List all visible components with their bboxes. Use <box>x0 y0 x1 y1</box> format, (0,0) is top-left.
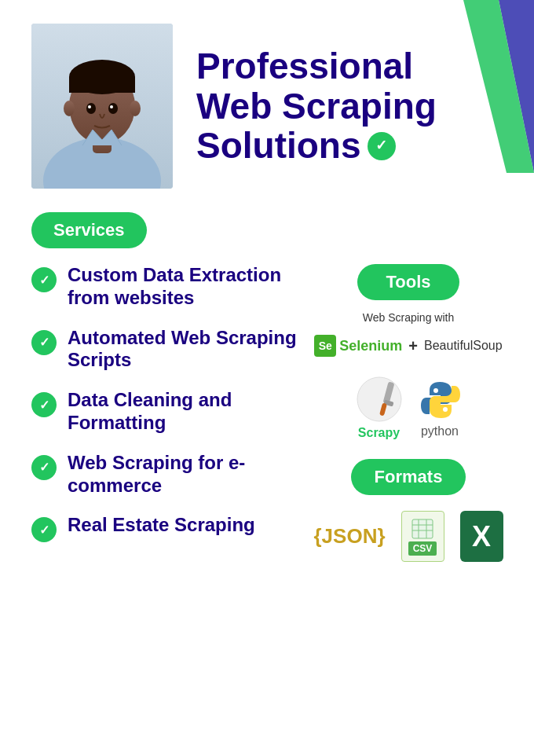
corner-decoration <box>463 0 534 173</box>
header-section: Professional Web Scraping Solutions ✓ <box>0 0 534 204</box>
svg-point-19 <box>443 407 448 412</box>
tools-logos-row: Scrapy python <box>356 376 462 440</box>
service-item-4: ✓ Web Scraping for e-commerce <box>31 452 298 497</box>
python-icon-svg <box>419 378 462 421</box>
python-label: python <box>421 424 459 439</box>
selenium-row: Se Selenium + BeautifulSoup <box>314 335 502 357</box>
tools-badge: Tools <box>357 264 459 300</box>
service-check-1: ✓ <box>31 267 57 292</box>
svg-point-9 <box>108 103 118 114</box>
svg-point-10 <box>88 105 91 108</box>
scrapy-icon-svg <box>356 376 403 423</box>
service-check-2: ✓ <box>31 330 57 355</box>
service-text-4: Web Scraping for e-commerce <box>68 452 298 497</box>
svg-rect-7 <box>69 77 135 93</box>
title-checkmark: ✓ <box>368 132 396 160</box>
scrapy-logo: Scrapy <box>356 376 403 440</box>
main-content: ✓ Custom Data Extraction from websites ✓… <box>0 264 534 562</box>
svg-point-11 <box>110 105 113 108</box>
svg-point-12 <box>64 101 75 116</box>
json-format: {JSON} <box>313 524 385 549</box>
svg-point-13 <box>130 101 141 116</box>
profile-photo <box>31 24 173 189</box>
service-text-5: Real Estate Scraping <box>68 514 255 537</box>
csv-file-icon <box>411 518 434 540</box>
svg-point-8 <box>86 103 96 114</box>
service-text-1: Custom Data Extraction from websites <box>68 264 298 310</box>
svg-point-18 <box>433 388 438 393</box>
plus-icon: + <box>408 337 418 355</box>
service-item-2: ✓ Automated Web Scraping Scripts <box>31 327 298 372</box>
selenium-logo: Se Selenium <box>314 335 402 357</box>
service-text-2: Automated Web Scraping Scripts <box>68 327 298 372</box>
svg-rect-20 <box>412 519 433 538</box>
title-block: Professional Web Scraping Solutions ✓ <box>196 46 503 166</box>
title-line1: Professional <box>196 46 503 86</box>
svg-point-14 <box>357 377 401 421</box>
title-line3: Solutions <box>196 126 361 166</box>
service-check-5: ✓ <box>31 517 57 542</box>
selenium-icon: Se <box>314 335 336 357</box>
service-text-3: Data Cleaning and Formatting <box>68 389 298 435</box>
services-list: ✓ Custom Data Extraction from websites ✓… <box>31 264 298 562</box>
json-label: {JSON} <box>313 524 385 548</box>
service-item-1: ✓ Custom Data Extraction from websites <box>31 264 298 310</box>
csv-format: CSV <box>401 511 444 562</box>
services-badge: Services <box>31 212 147 248</box>
tools-subtitle: Web Scraping with <box>363 311 454 324</box>
service-check-3: ✓ <box>31 392 57 417</box>
csv-label: CSV <box>408 541 437 556</box>
python-logo: python <box>419 378 462 439</box>
service-item-3: ✓ Data Cleaning and Formatting <box>31 389 298 435</box>
service-check-4: ✓ <box>31 455 57 480</box>
title-line2: Web Scraping <box>196 86 503 127</box>
excel-format: X <box>460 511 503 562</box>
formats-row: {JSON} CSV X <box>313 511 503 562</box>
selenium-label: Selenium <box>339 338 402 354</box>
right-panel: Tools Web Scraping with Se Selenium + Be… <box>314 264 503 562</box>
service-item-5: ✓ Real Estate Scraping <box>31 514 298 542</box>
services-section: Services <box>0 204 534 264</box>
scrapy-label: Scrapy <box>358 426 400 440</box>
formats-badge: Formats <box>351 459 466 495</box>
excel-label: X <box>472 520 491 553</box>
main-title: Professional Web Scraping Solutions ✓ <box>196 46 503 166</box>
beautifulsoup-label: BeautifulSoup <box>424 339 503 353</box>
